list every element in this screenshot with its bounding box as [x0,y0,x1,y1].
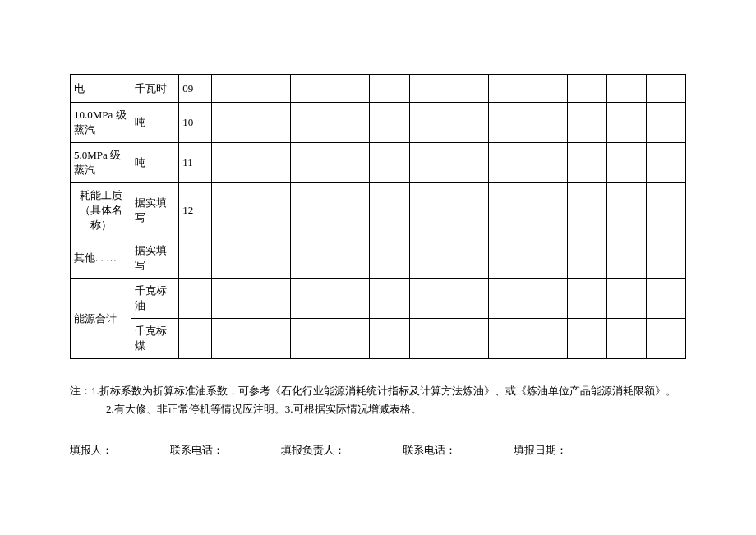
cell-data [567,75,606,103]
cell-unit: 据实填写 [131,183,179,238]
cell-summary-label: 能源合计 [71,279,131,359]
cell-data [528,183,567,238]
note-line-1: 注：1.折标系数为折算标准油系数，可参考《石化行业能源消耗统计指标及计算方法炼油… [70,382,686,400]
cell-data [409,183,449,238]
cell-data [409,279,449,319]
cell-data [646,143,685,183]
cell-unit: 吨 [131,143,179,183]
reporter-label: 填报人： [70,443,113,458]
cell-data [606,279,646,319]
cell-name: 5.0MPa 级蒸汽 [71,143,131,183]
cell-data [449,143,488,183]
cell-data [488,75,528,103]
cell-data [488,183,528,238]
cell-data [409,143,449,183]
cell-data [291,238,330,279]
footer-row: 填报人： 联系电话： 填报负责人： 联系电话： 填报日期： [70,443,686,458]
cell-data [528,238,567,279]
cell-data [409,75,449,103]
cell-data [449,319,488,359]
note-line-2: 2.有大修、非正常停机等情况应注明。3.可根据实际情况增减表格。 [70,400,686,418]
cell-data [330,143,370,183]
cell-name: 10.0MPa 级蒸汽 [71,103,131,143]
table-row: 10.0MPa 级蒸汽 吨 10 [71,103,686,143]
cell-data [449,183,488,238]
cell-data [212,75,251,103]
cell-data [528,143,567,183]
cell-unit: 据实填写 [131,238,179,279]
cell-data [567,103,606,143]
cell-data [330,238,370,279]
cell-data [370,183,409,238]
cell-data [646,75,685,103]
table-row: 5.0MPa 级蒸汽 吨 11 [71,143,686,183]
cell-unit: 千克标煤 [131,319,179,359]
cell-data [567,143,606,183]
cell-unit: 吨 [131,103,179,143]
table-row: 电 千瓦时 09 [71,75,686,103]
cell-data [488,238,528,279]
cell-data [330,183,370,238]
cell-data [606,143,646,183]
cell-data [488,103,528,143]
cell-data [370,279,409,319]
phone2-label: 联系电话： [403,443,456,458]
cell-data [449,75,488,103]
cell-data [606,238,646,279]
cell-data [370,319,409,359]
cell-data [646,238,685,279]
cell-data [291,279,330,319]
cell-data [409,319,449,359]
cell-data [370,238,409,279]
cell-name: 耗能工质（具体名称） [71,183,131,238]
cell-code: 11 [179,143,212,183]
cell-data [370,143,409,183]
cell-data [567,238,606,279]
table-row: 耗能工质（具体名称） 据实填写 12 [71,183,686,238]
cell-name: 电 [71,75,131,103]
cell-code [179,279,212,319]
cell-code: 10 [179,103,212,143]
cell-data [212,279,251,319]
cell-data [567,319,606,359]
cell-data [646,319,685,359]
cell-data [212,319,251,359]
cell-data [488,279,528,319]
energy-table: 电 千瓦时 09 10.0MPa 级蒸汽 吨 10 [70,74,686,359]
cell-data [212,183,251,238]
cell-data [488,319,528,359]
cell-data [251,143,291,183]
cell-code [179,238,212,279]
cell-data [251,183,291,238]
cell-data [370,75,409,103]
phone1-label: 联系电话： [170,443,224,458]
cell-data [212,143,251,183]
table-row: 能源合计 千克标油 [71,279,686,319]
table-row: 其他. . … 据实填写 [71,238,686,279]
manager-label: 填报负责人： [281,443,345,458]
cell-data [370,103,409,143]
cell-data [330,75,370,103]
cell-data [251,238,291,279]
cell-data [449,279,488,319]
cell-data [528,319,567,359]
cell-data [567,183,606,238]
cell-data [606,319,646,359]
cell-data [291,143,330,183]
cell-data [330,279,370,319]
cell-data [251,75,291,103]
cell-data [449,103,488,143]
cell-data [528,75,567,103]
cell-data [449,238,488,279]
cell-data [330,319,370,359]
cell-data [212,238,251,279]
cell-data [291,75,330,103]
cell-data [528,279,567,319]
cell-data [646,183,685,238]
cell-data [606,75,646,103]
cell-data [251,279,291,319]
cell-code [179,319,212,359]
cell-data [646,279,685,319]
cell-data [606,103,646,143]
cell-data [409,103,449,143]
